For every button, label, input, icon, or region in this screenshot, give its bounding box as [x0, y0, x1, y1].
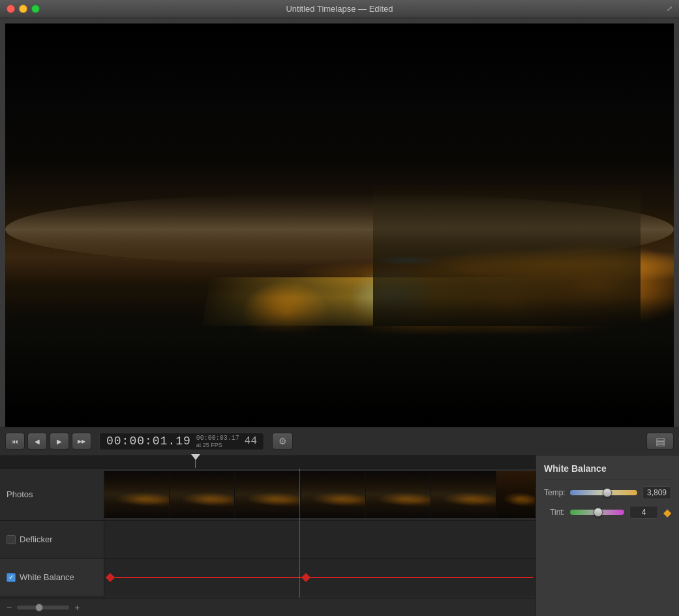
white-balance-panel: White Balance Temp: Tint: [536, 455, 679, 616]
wb-tint-value[interactable] [629, 506, 658, 519]
timecode-current: 00:00:01.19 [106, 435, 191, 448]
settings-button[interactable]: ⚙ [272, 433, 293, 450]
deflicker-label-text: Deflicker [20, 534, 53, 544]
wb-keyframe-diamond-icon[interactable]: ◆ [663, 506, 671, 519]
skip-back-icon: ⏮ [12, 438, 18, 445]
timecode-frames: 44 [245, 435, 257, 447]
wb-temp-control: Temp: [544, 486, 671, 499]
deflicker-checkbox[interactable] [7, 535, 16, 544]
photo-thumb-5 [366, 471, 431, 518]
step-forward-icon: ▶▶ [78, 439, 85, 444]
play-button[interactable]: ▶ [50, 433, 69, 450]
photos-label-text: Photos [7, 489, 33, 499]
deflicker-track-label: Deflicker [0, 521, 104, 559]
export-icon: ▤ [656, 435, 665, 448]
settings-icon: ⚙ [279, 436, 287, 446]
zoom-slider-thumb[interactable] [35, 604, 43, 611]
bottom-panel: ⏮ ◀ ▶ ▶▶ 00:00:01.19 00:00:03.17 at 25 F… [0, 427, 679, 616]
close-button[interactable] [7, 5, 15, 13]
wb-tint-thumb[interactable] [594, 508, 603, 517]
export-button[interactable]: ▤ [646, 433, 674, 450]
play-icon: ▶ [57, 438, 62, 445]
wb-temp-label: Temp: [544, 488, 565, 497]
timecode-fps: at 25 FPS [196, 442, 222, 448]
photos-track[interactable] [104, 469, 536, 521]
timecode-display: 00:00:01.19 00:00:03.17 at 25 FPS 44 [99, 433, 264, 450]
zoom-in-button[interactable]: + [73, 602, 81, 613]
wb-tint-control: Tint: ◆ [544, 506, 671, 519]
tracks-container: Photos Deflicker White Balance [0, 469, 536, 598]
night-scene-bg [5, 23, 674, 427]
title-bar: Untitled Timelapse — Edited ⤢ [0, 0, 679, 18]
keyframe-line [107, 577, 533, 578]
photo-strip [104, 471, 536, 518]
keyframe-diamond-start[interactable] [106, 573, 115, 582]
track-content [104, 469, 536, 598]
photo-thumb-3 [235, 471, 300, 518]
white-balance-label-text: White Balance [20, 572, 74, 582]
window-controls [7, 5, 40, 13]
timeline-main: Photos Deflicker White Balance [0, 455, 536, 598]
window-title: Untitled Timelapse — Edited [286, 4, 393, 14]
keyframe-diamond-mid[interactable] [301, 573, 310, 582]
video-preview [5, 23, 674, 427]
minimize-button[interactable] [19, 5, 27, 13]
zoom-slider[interactable] [17, 606, 69, 609]
maximize-button[interactable] [31, 5, 40, 13]
step-back-button[interactable]: ◀ [27, 433, 47, 450]
wb-temp-slider-container [570, 488, 637, 497]
wb-tint-slider-track[interactable] [570, 510, 624, 515]
photo-thumb-2 [170, 471, 235, 518]
wb-tint-label: Tint: [544, 508, 565, 517]
playhead-handle[interactable] [191, 454, 200, 460]
timeline-area: Photos Deflicker White Balance [0, 455, 679, 598]
expand-button[interactable]: ⤢ [667, 5, 672, 13]
timecode-sub: 00:00:03.17 at 25 FPS [196, 435, 239, 448]
wb-tint-slider-container [570, 508, 624, 517]
wb-temp-value[interactable] [642, 486, 671, 499]
wb-temp-slider-track[interactable] [570, 490, 637, 495]
timecode-total: 00:00:03.17 [196, 435, 239, 442]
skip-back-button[interactable]: ⏮ [5, 433, 25, 450]
deflicker-track[interactable] [104, 521, 536, 559]
timeline-ruler[interactable] [0, 455, 536, 469]
white-balance-track[interactable] [104, 559, 536, 596]
trees-silhouette [5, 298, 674, 427]
zoom-out-button[interactable]: − [5, 602, 13, 613]
photo-thumb-4 [301, 471, 366, 518]
photo-thumb-6 [431, 471, 496, 518]
photo-thumb-7 [496, 471, 536, 518]
white-balance-track-label: White Balance [0, 559, 104, 596]
wb-temp-thumb[interactable] [603, 488, 612, 497]
white-balance-checkbox[interactable] [7, 573, 16, 582]
transport-bar: ⏮ ◀ ▶ ▶▶ 00:00:01.19 00:00:03.17 at 25 F… [0, 427, 679, 455]
ruler-playhead[interactable] [195, 455, 196, 468]
photos-track-label: Photos [0, 469, 104, 521]
photo-thumb-1 [104, 471, 170, 518]
step-back-icon: ◀ [35, 438, 40, 445]
step-forward-button[interactable]: ▶▶ [72, 433, 91, 450]
wb-panel-title: White Balance [544, 463, 671, 480]
track-labels: Photos Deflicker White Balance [0, 469, 104, 598]
